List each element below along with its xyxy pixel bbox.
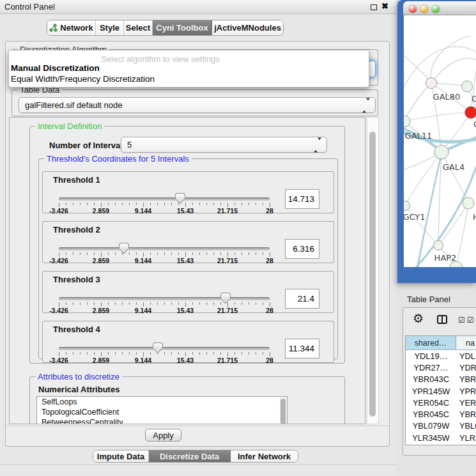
- table-row[interactable]: YER054CYER0: [406, 397, 476, 408]
- cell-shared-name[interactable]: YDR27…: [406, 363, 456, 372]
- menu-item-manual-discretization[interactable]: Manual Discretization: [11, 63, 100, 73]
- column-header-shared-name[interactable]: shared…: [406, 336, 456, 349]
- network-node[interactable]: [426, 78, 437, 89]
- thresholds-group: Threshold's Coordinates for 5 Intervals …: [38, 158, 338, 359]
- close-icon[interactable]: ✖: [381, 1, 388, 11]
- float-panel-icon[interactable]: [371, 4, 377, 10]
- slider-track[interactable]: [59, 297, 270, 300]
- tab-network[interactable]: Network: [47, 20, 96, 35]
- numerical-attributes-list[interactable]: SelfLoopsTopologicalCoefficientBetweenne…: [36, 396, 288, 424]
- tick: [213, 352, 214, 355]
- checkbox-icon[interactable]: ☑: [467, 316, 474, 325]
- tab-impute-data[interactable]: Impute Data: [93, 450, 149, 462]
- cell-shared-name[interactable]: YIL052C: [406, 445, 456, 445]
- slider-track[interactable]: [59, 197, 270, 201]
- tick-label: 15.43: [171, 207, 199, 215]
- tick: [270, 352, 270, 357]
- table-data-combobox[interactable]: galFiltered.sif default node: [19, 97, 376, 113]
- tick: [108, 252, 109, 255]
- zoom-traffic-light[interactable]: [432, 5, 440, 13]
- tick: [249, 203, 249, 205]
- slider-track[interactable]: [59, 247, 270, 250]
- slider-thumb[interactable]: [153, 342, 163, 354]
- cell-name[interactable]: YPR1: [456, 387, 476, 396]
- slider-thumb[interactable]: [220, 293, 231, 304]
- number-of-intervals-combobox[interactable]: 5: [121, 137, 327, 153]
- table-row[interactable]: YLR345WYLR3: [406, 432, 476, 443]
- tab-infer-network[interactable]: Infer Network: [231, 450, 298, 462]
- tick: [178, 352, 179, 355]
- list-item[interactable]: TopologicalCoefficient: [37, 407, 287, 417]
- table-row[interactable]: YBR045CYBR0: [406, 408, 476, 420]
- cell-shared-name[interactable]: YDL19…: [406, 351, 456, 361]
- threshold-value-field[interactable]: 11.344: [285, 339, 319, 358]
- menu-item-equal-width-frequency[interactable]: Equal Width/Frequency Discretization: [11, 74, 155, 84]
- cell-name[interactable]: YDR2: [456, 363, 476, 372]
- cell-name[interactable]: YIL0: [456, 445, 476, 445]
- tick: [270, 252, 270, 257]
- table-row[interactable]: YBR043CYBR0: [406, 374, 476, 385]
- table-row[interactable]: YBL079WYBL0: [406, 420, 476, 432]
- slider-thumb[interactable]: [119, 243, 129, 254]
- tab-label: jActiveMNodules: [214, 23, 281, 33]
- tab-select[interactable]: Select: [124, 20, 153, 35]
- cell-shared-name[interactable]: YBR043C: [406, 374, 456, 384]
- tick: [150, 252, 151, 255]
- combo-stepper-icon: [314, 140, 321, 150]
- list-scrollbar[interactable]: [280, 397, 286, 424]
- list-scrollbar-thumb[interactable]: [280, 399, 286, 424]
- cell-name[interactable]: YBR0: [456, 374, 476, 384]
- table-row[interactable]: YDL19…YDL1: [406, 350, 476, 362]
- checkbox-icon[interactable]: ☑: [458, 316, 465, 325]
- table-row[interactable]: YDR27…YDR2: [406, 362, 476, 373]
- network-view[interactable]: GAL80GACGAL11GAL4GCY1HHAP2: [404, 15, 476, 267]
- list-item[interactable]: BetweennessCentrality: [37, 417, 287, 424]
- cell-shared-name[interactable]: YBR045C: [406, 410, 456, 419]
- network-canvas[interactable]: GAL80GACGAL11GAL4GCY1HHAP2: [404, 15, 476, 267]
- cell-shared-name[interactable]: YLR345W: [406, 433, 456, 443]
- gear-icon[interactable]: ⚙: [413, 312, 424, 326]
- cell-name[interactable]: YLR3: [456, 433, 476, 443]
- network-node[interactable]: [465, 107, 476, 119]
- table-row[interactable]: YIL052CYIL0: [406, 443, 476, 445]
- column-header-name[interactable]: na: [456, 336, 476, 349]
- cell-shared-name[interactable]: YPR145W: [406, 387, 456, 396]
- table-header-row: shared… na: [406, 336, 476, 350]
- threshold-value-field[interactable]: 6.316: [285, 239, 319, 259]
- tick: [87, 352, 88, 355]
- tick: [59, 203, 59, 207]
- tab-discretize-data[interactable]: Discretize Data: [149, 450, 231, 462]
- slider-thumb[interactable]: [175, 193, 185, 204]
- table-data-value: galFiltered.sif default node: [25, 100, 122, 110]
- slider-track[interactable]: [59, 347, 270, 350]
- tab-style[interactable]: Style: [96, 20, 124, 35]
- split-columns-icon[interactable]: [437, 315, 447, 324]
- cell-shared-name[interactable]: YBL079W: [406, 421, 456, 431]
- threshold-value-field[interactable]: 14.713: [285, 189, 319, 209]
- settings-scrollbar-thumb[interactable]: [369, 132, 376, 417]
- apply-button[interactable]: Apply: [145, 429, 181, 441]
- settings-scrollbar[interactable]: [367, 117, 379, 424]
- list-item[interactable]: SelfLoops: [37, 397, 287, 407]
- network-node[interactable]: [434, 241, 443, 250]
- tick: [150, 302, 151, 305]
- cell-name[interactable]: YDL1: [456, 351, 476, 361]
- tick: [234, 352, 235, 355]
- tab-jactivemnodules[interactable]: jActiveMNodules: [212, 20, 283, 35]
- network-node[interactable]: [462, 81, 473, 92]
- cell-name[interactable]: YER0: [456, 398, 476, 408]
- network-node[interactable]: [463, 197, 474, 209]
- table-row[interactable]: YPR145WYPR1: [406, 385, 476, 397]
- tick: [171, 252, 172, 255]
- cell-shared-name[interactable]: YER054C: [406, 398, 456, 408]
- close-traffic-light[interactable]: [409, 5, 417, 13]
- network-node[interactable]: [404, 201, 410, 211]
- cell-name[interactable]: YBR0: [456, 410, 476, 419]
- tab-cyni-toolbox[interactable]: Cyni Toolbox: [153, 20, 212, 35]
- tick: [143, 352, 144, 357]
- interval-definition-group: Interval Definition Number of Intervals …: [29, 126, 345, 364]
- minimize-traffic-light[interactable]: [420, 5, 428, 13]
- network-node[interactable]: [434, 145, 449, 159]
- threshold-value-field[interactable]: 21.4: [285, 289, 319, 309]
- cell-name[interactable]: YBL0: [456, 421, 476, 431]
